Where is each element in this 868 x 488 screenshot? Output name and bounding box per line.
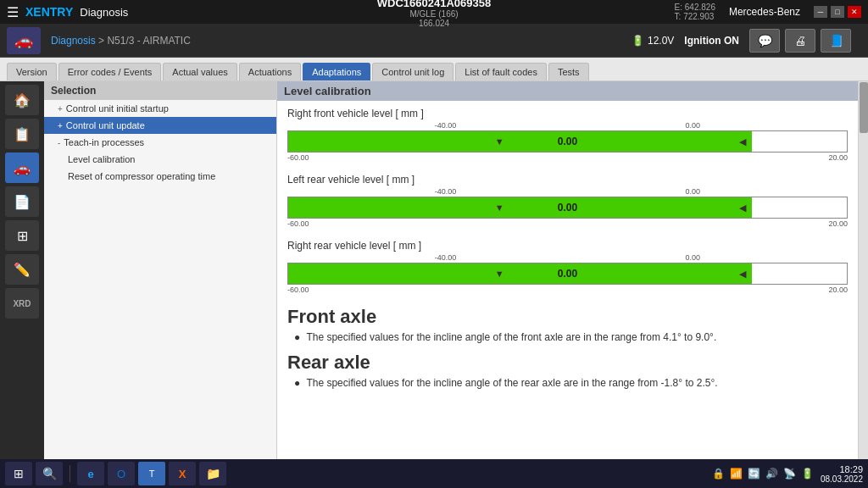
tree-item-reset-compressor[interactable]: Reset of compressor operating time	[44, 168, 276, 185]
tab-bar: Version Error codes / Events Actual valu…	[0, 58, 868, 81]
expand-icon-update: +	[58, 121, 63, 130]
edge-button[interactable]: e	[77, 462, 104, 485]
print-button[interactable]: 🖨	[785, 29, 815, 53]
tick-left-2: ▼	[495, 197, 504, 218]
tab-version[interactable]: Version	[7, 63, 57, 80]
diagnosis-link[interactable]: Diagnosis	[51, 35, 96, 47]
rear-axle-text: The specified values for the incline ang…	[306, 377, 717, 389]
front-axle-title: Front axle	[287, 306, 848, 328]
tick-right-2: ◀	[739, 197, 746, 218]
sidebar-icon-grid[interactable]: ⊞	[5, 220, 39, 251]
t-val-label: T: 722.903	[675, 12, 715, 21]
outer-right-3: 20.00	[828, 286, 848, 294]
app-name-label: Diagnosis	[80, 6, 128, 19]
chat-button[interactable]: 💬	[749, 29, 780, 53]
tree-item-label-reset: Reset of compressor operating time	[68, 171, 215, 181]
xentry-button[interactable]: X	[169, 462, 196, 485]
title-bar: ☰ XENTRY Diagnosis WDC1660241A069358 M/G…	[0, 0, 868, 24]
scale-right-2: 0.00	[686, 187, 701, 196]
book-button[interactable]: 📘	[821, 29, 851, 53]
window-controls: ─ □ ✕	[814, 6, 861, 18]
bar-value-3: 0.00	[558, 268, 577, 280]
taskbar: ⊞ 🔍 e O T X 📁 🔒 📶 🔄 🔊 📡 🔋 18:29 08.03.20…	[0, 459, 868, 488]
mi-gle-label: M/GLE (166)	[409, 9, 458, 19]
action-buttons: 💬 🖨 📘	[749, 29, 851, 53]
scale-left-1: -40.00	[435, 121, 457, 130]
bar-value-2: 0.00	[558, 202, 577, 214]
sync-icon: 🔄	[748, 468, 760, 480]
tree-item-label-level-cal: Level calibration	[68, 154, 136, 164]
tab-actual-values[interactable]: Actual values	[163, 63, 236, 80]
sidebar-icon-vehicle[interactable]: 🚗	[5, 152, 39, 183]
breadcrumb: Diagnosis > N51/3 - AIRMATIC	[51, 35, 191, 47]
right-rear-label: Right rear vehicle level [ mm ]	[287, 240, 848, 252]
tab-fault-codes[interactable]: List of fault codes	[455, 63, 547, 80]
tick-left-3: ▼	[495, 263, 504, 284]
tab-adaptations[interactable]: Adaptations	[303, 63, 370, 80]
tick-right-3: ◀	[739, 263, 746, 284]
front-axle-text: The specified values for the incline ang…	[306, 331, 716, 343]
bar-outer-1: ▼ ◀ 0.00	[287, 130, 848, 152]
scale-left-3: -40.00	[435, 253, 457, 262]
tab-control-unit-log[interactable]: Control unit log	[372, 63, 453, 80]
network-icon: 🔒	[712, 468, 725, 480]
search-button[interactable]: 🔍	[36, 462, 63, 485]
battery-taskbar-icon: 🔋	[801, 468, 814, 480]
bar-scale-top-3: -40.00 0.00	[287, 253, 848, 263]
tab-error-codes[interactable]: Error codes / Events	[58, 63, 162, 80]
teams-button[interactable]: T	[138, 462, 165, 485]
content-title: Level calibration	[277, 81, 858, 101]
sidebar-icons: 🏠 📋 🚗 📄 ⊞ ✏️ XRD	[0, 81, 44, 459]
battery-voltage: 12.0V	[648, 35, 674, 47]
bar-value-1: 0.00	[558, 136, 577, 147]
tree-item-level-calibration[interactable]: Level calibration	[44, 151, 276, 168]
outlook-button[interactable]: O	[108, 462, 135, 485]
bar-scale-top-2: -40.00 0.00	[287, 187, 848, 197]
tree-item-initial-startup[interactable]: + Control unit initial startup	[44, 100, 276, 117]
battery-indicator: 🔋 12.0V	[632, 35, 674, 47]
folder-button[interactable]: 📁	[199, 462, 226, 485]
time-display: 18:29	[821, 464, 863, 474]
bar-outer-2: ▼ ◀ 0.00	[287, 197, 848, 219]
bullet-rear: ●	[294, 377, 300, 389]
close-btn[interactable]: ✕	[848, 6, 861, 18]
sidebar-icon-documents[interactable]: 📄	[5, 186, 39, 217]
left-rear-label: Left rear vehicle level [ mm ]	[287, 174, 848, 186]
tab-tests[interactable]: Tests	[548, 63, 589, 80]
rear-axle-title: Rear axle	[287, 352, 848, 374]
main-content: 🏠 📋 🚗 📄 ⊞ ✏️ XRD Selection + Control uni…	[0, 81, 868, 459]
minimize-btn[interactable]: ─	[814, 6, 827, 18]
bluetooth-icon: 📡	[783, 468, 796, 480]
maximize-btn[interactable]: □	[831, 6, 844, 18]
tree-item-label-update: Control unit update	[66, 120, 145, 130]
scrollbar-thumb[interactable]	[860, 82, 868, 133]
e-val-label: E: 642.826	[675, 3, 715, 12]
breadcrumb-sep: >	[98, 35, 107, 47]
bar-green-1	[288, 131, 752, 152]
tab-actuations[interactable]: Actuations	[239, 63, 301, 80]
sidebar-icon-xrd[interactable]: XRD	[5, 288, 39, 319]
taskbar-right: 🔒 📶 🔄 🔊 📡 🔋 18:29 08.03.2022	[712, 464, 863, 484]
bar-white-1	[752, 131, 847, 152]
date-display: 08.03.2022	[821, 474, 863, 484]
start-button[interactable]: ⊞	[5, 462, 32, 485]
breadcrumb-path: N51/3 - AIRMATIC	[107, 35, 190, 47]
tree-item-label-teach: Teach-in processes	[64, 137, 144, 147]
battery-icon: 🔋	[632, 35, 644, 47]
bar-scale-bottom-1: -60.00 20.00	[287, 152, 848, 162]
tick-right-1: ◀	[739, 131, 746, 152]
volume-icon: 🔊	[765, 468, 778, 480]
tick-left-1: ▼	[495, 131, 504, 152]
sidebar-icon-home[interactable]: 🏠	[5, 85, 39, 115]
sidebar-icon-edit[interactable]: ✏️	[5, 254, 39, 285]
brand-label: XENTRY	[25, 5, 73, 19]
menu-icon[interactable]: ☰	[7, 4, 19, 20]
tree-item-teach-in[interactable]: - Teach-in processes	[44, 134, 276, 151]
outer-right-1: 20.00	[828, 153, 848, 162]
bar-green-3	[288, 263, 752, 284]
outer-left-2: -60.00	[287, 219, 309, 228]
right-rear-bar-section: Right rear vehicle level [ mm ] -40.00 0…	[287, 240, 848, 294]
tree-item-control-update[interactable]: + Control unit update	[44, 117, 276, 134]
sidebar-icon-diagnosis[interactable]: 📋	[5, 119, 39, 149]
scrollbar[interactable]	[858, 81, 868, 459]
